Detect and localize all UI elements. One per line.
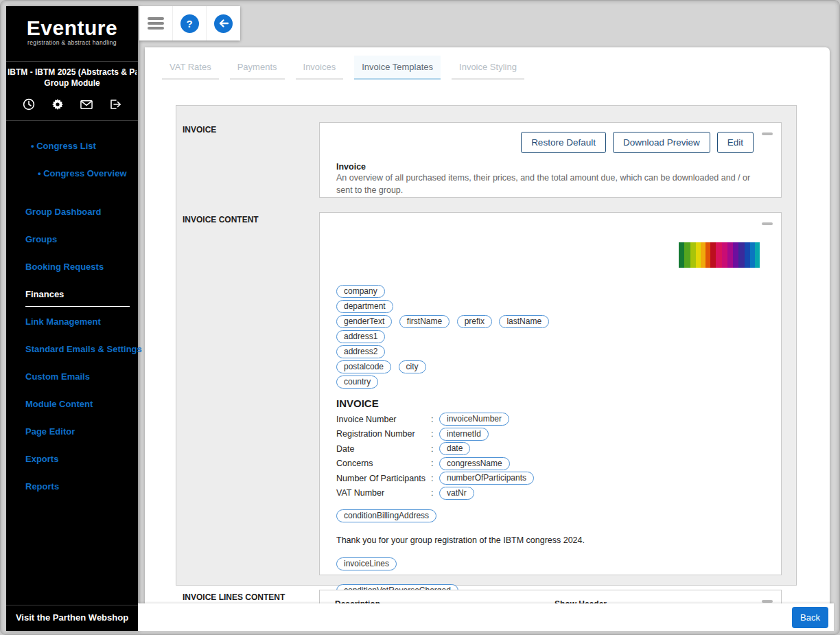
invoice-button-row: Restore Default Download Preview Edit [336,132,754,153]
condition-billing-wrap: conditionBillingAddress [336,509,781,522]
sidebar-item-finances[interactable]: Finances [6,280,138,308]
placeholder-chip[interactable]: postalcode [336,360,391,373]
back-button[interactable]: Back [792,607,828,628]
invoice-lines-section: INVOICE LINES CONTENT Description Show H… [183,590,796,605]
clock-icon[interactable] [23,98,35,111]
collapse-icon[interactable] [762,600,773,603]
invoice-content-box: company department genderText firstName … [319,212,782,575]
placeholder-chip[interactable]: invoiceNumber [439,413,509,426]
module-title: Group Module [8,78,137,89]
invoice-lines-wrap: invoiceLines [336,557,781,570]
envelope-icon[interactable] [80,98,93,111]
invoice-content-section-label: INVOICE CONTENT [183,212,319,575]
congress-header: IBTM - IBTM 2025 (Abstracts & Par... Gro… [6,62,138,91]
placeholder-chip[interactable]: genderText [336,315,392,328]
placeholder-chip[interactable]: department [336,300,393,313]
menu-toggle-button[interactable] [139,6,173,41]
logo-tagline: registration & abstract handling [6,39,138,46]
placeholder-chip[interactable]: company [336,285,385,298]
rainbow-stripes-logo [679,242,760,268]
invoice-item-description: An overview of all purchased items, thei… [336,172,754,196]
placeholder-chip[interactable]: conditionBillingAddress [336,509,436,522]
field-row-invoice-number: Invoice Number : invoiceNumber [336,413,781,426]
placeholder-chip[interactable]: invoiceLines [336,557,397,570]
sidebar-menu: • Congress List • Congress Overview Grou… [6,121,138,500]
field-row-registration-number: Registration Number : internetId [336,428,781,441]
footer-bar: Back [138,603,834,631]
back-nav-button[interactable] [207,6,240,41]
congress-title: IBTM - IBTM 2025 (Abstracts & Par... [8,67,137,78]
edit-button[interactable]: Edit [717,132,754,153]
field-row-concerns: Concerns : congressName [336,457,781,470]
placeholder-chip[interactable]: congressName [439,457,510,470]
sidebar-item-exports[interactable]: Exports [6,445,138,472]
main-content: VAT Rates Payments Invoices Invoice Temp… [145,47,830,605]
sidebar-item-reports[interactable]: Reports [6,472,138,500]
invoice-section-label: INVOICE [183,122,319,198]
sidebar-item-standard-emails[interactable]: Standard Emails & Settings [6,335,138,362]
back-arrow-icon [214,14,233,33]
help-icon: ? [180,14,199,33]
invoice-template-heading: INVOICE [336,397,781,409]
placeholder-chip[interactable]: address2 [336,345,385,358]
placeholder-chip[interactable]: vatNr [439,487,474,500]
sidebar-item-module-content[interactable]: Module Content [6,390,138,417]
help-button[interactable]: ? [173,6,207,41]
placeholder-chip[interactable]: date [439,442,470,455]
tab-vat-rates[interactable]: VAT Rates [162,56,219,80]
app-window: Eventure registration & abstract handlin… [0,0,840,635]
placeholder-chip[interactable]: firstName [399,315,450,328]
invoice-lines-section-label: INVOICE LINES CONTENT [183,590,319,605]
sidebar-item-group-dashboard[interactable]: Group Dashboard [6,198,138,225]
sidebar-item-booking-requests[interactable]: Booking Requests [6,253,138,280]
field-row-vat-number: VAT Number : vatNr [336,487,781,500]
placeholder-chip[interactable]: internetId [439,428,489,441]
eventure-logo: Eventure registration & abstract handlin… [6,6,138,61]
tab-invoice-styling[interactable]: Invoice Styling [452,56,524,80]
field-row-participants: Number Of Participants : numberOfPartici… [336,472,781,485]
webshop-link[interactable]: Visit the Parthen Webshop [6,605,138,631]
tab-invoice-templates[interactable]: Invoice Templates [354,56,441,80]
address-placeholder-chips: company department genderText firstName … [336,284,781,389]
restore-default-button[interactable]: Restore Default [521,132,606,153]
sidebar-item-custom-emails[interactable]: Custom Emails [6,362,138,390]
sidebar-item-congress-overview[interactable]: • Congress Overview [6,159,138,187]
tab-payments[interactable]: Payments [230,56,285,80]
tab-invoices[interactable]: Invoices [296,56,344,80]
logout-icon[interactable] [109,98,121,111]
thank-you-text: Thank you for your group registration of… [336,535,781,545]
field-row-date: Date : date [336,442,781,455]
templates-panel: INVOICE Restore Default Download Preview… [176,105,797,586]
invoice-item-title: Invoice [336,162,754,172]
hamburger-icon [148,15,164,32]
sidebar-footer: Visit the Parthen Webshop [6,605,138,631]
sidebar-item-groups[interactable]: Groups [6,225,138,253]
placeholder-chip[interactable]: lastName [499,315,549,328]
sidebar-item-congress-list[interactable]: • Congress List [6,132,138,159]
invoice-lines-box: Description Show Header [319,590,782,605]
logo-title: Eventure [6,17,138,39]
sidebar-item-page-editor[interactable]: Page Editor [6,417,138,445]
invoice-content-section: INVOICE CONTENT company department gende… [183,212,796,575]
invoice-section: INVOICE Restore Default Download Preview… [183,122,796,198]
invoice-section-box: Restore Default Download Preview Edit In… [319,122,782,198]
sidebar-icon-row [6,91,138,120]
placeholder-chip[interactable]: city [399,360,426,373]
sidebar: Eventure registration & abstract handlin… [6,6,138,631]
placeholder-chip[interactable]: country [336,376,378,389]
collapse-icon[interactable] [762,132,773,135]
placeholder-chip[interactable]: address1 [336,330,385,343]
collapse-icon[interactable] [762,222,773,225]
download-preview-button[interactable]: Download Preview [613,132,710,153]
placeholder-chip[interactable]: numberOfParticipants [439,472,534,485]
gear-icon[interactable] [51,98,64,111]
placeholder-chip[interactable]: prefix [457,315,492,328]
invoice-field-list: Invoice Number : invoiceNumber Registrat… [336,413,781,500]
sidebar-item-link-management[interactable]: Link Management [6,308,138,335]
tab-bar: VAT Rates Payments Invoices Invoice Temp… [162,56,830,80]
top-toolbar: ? [139,6,240,41]
